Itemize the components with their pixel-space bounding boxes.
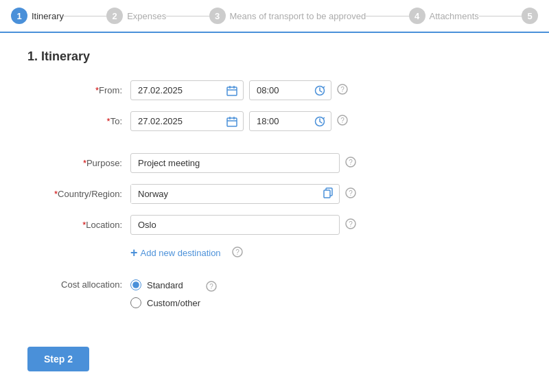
- from-date-input-wrapper: [130, 80, 244, 100]
- step2-button[interactable]: Step 2: [27, 347, 89, 371]
- cost-allocation-label: Cost allocation:: [27, 279, 130, 290]
- from-date-input[interactable]: [131, 81, 221, 100]
- add-dest-help-icon[interactable]: ?: [232, 246, 243, 260]
- from-time-input[interactable]: [250, 81, 309, 100]
- svg-rect-7: [227, 118, 237, 126]
- purpose-help-icon[interactable]: ?: [345, 157, 356, 170]
- spacer-1: [27, 142, 522, 153]
- step-5-number: 5: [522, 8, 538, 24]
- step-3-label: Means of transport to be approved: [230, 11, 366, 21]
- to-date-input-wrapper: [130, 111, 244, 131]
- location-row: *Location: ?: [27, 215, 522, 235]
- step-1-number: 1: [11, 8, 27, 24]
- svg-text:?: ?: [349, 189, 353, 197]
- wizard-step-4[interactable]: 4 Attachments: [409, 8, 479, 24]
- country-copy-icon[interactable]: [317, 187, 339, 200]
- svg-text:?: ?: [349, 159, 353, 166]
- from-time-input-wrapper: [249, 80, 331, 100]
- country-label: *Country/Region:: [27, 189, 130, 199]
- wizard-step-3[interactable]: 3 Means of transport to be approved: [209, 8, 366, 24]
- step-1-label: Itinerary: [32, 11, 64, 21]
- standard-radio-label: Standard: [147, 280, 183, 290]
- custom-radio-option[interactable]: Custom/other: [130, 297, 200, 308]
- footer: Step 2: [0, 336, 549, 382]
- to-date-input[interactable]: [131, 112, 221, 130]
- step-4-number: 4: [409, 8, 425, 24]
- to-time-clock-icon[interactable]: [309, 116, 331, 127]
- from-help-icon[interactable]: ?: [337, 84, 348, 97]
- purpose-input[interactable]: [130, 153, 340, 173]
- page-content: 1. Itinerary *From: ?: [0, 33, 549, 336]
- to-time-input-wrapper: [249, 111, 331, 131]
- step-3-number: 3: [209, 8, 226, 24]
- step-2-number: 2: [106, 8, 123, 24]
- to-time-input[interactable]: [250, 112, 309, 130]
- connector-4-5: [479, 16, 522, 16]
- to-row: *To: ?: [27, 111, 522, 131]
- wizard-step-1[interactable]: 1 Itinerary: [11, 8, 64, 24]
- wizard-bar: 1 Itinerary 2 Expenses 3 Means of transp…: [0, 0, 549, 33]
- connector-1-2: [64, 16, 106, 16]
- from-label: *From:: [27, 85, 130, 95]
- wizard-step-5[interactable]: 5: [522, 8, 538, 24]
- to-datetime-group: ?: [130, 111, 348, 131]
- plus-icon: +: [130, 246, 138, 260]
- country-help-icon[interactable]: ?: [345, 187, 356, 201]
- add-destination-label: Add new destination: [141, 248, 221, 258]
- from-date-calendar-icon[interactable]: [221, 85, 243, 96]
- svg-rect-0: [227, 87, 237, 95]
- svg-rect-17: [324, 190, 330, 198]
- location-input[interactable]: [130, 215, 340, 235]
- page-title: 1. Itinerary: [27, 49, 522, 64]
- svg-text:?: ?: [235, 249, 240, 256]
- custom-radio-label: Custom/other: [147, 298, 200, 308]
- standard-radio-option[interactable]: Standard: [130, 279, 200, 290]
- purpose-label: *Purpose:: [27, 158, 130, 168]
- step-4-label: Attachments: [430, 11, 479, 21]
- connector-2-3: [166, 16, 209, 16]
- from-time-clock-icon[interactable]: [309, 85, 331, 96]
- country-input[interactable]: [131, 185, 317, 203]
- from-row: *From: ?: [27, 80, 522, 100]
- from-datetime-group: ?: [130, 80, 348, 100]
- svg-text:?: ?: [340, 117, 344, 124]
- svg-text:?: ?: [209, 283, 213, 290]
- country-input-wrapper: [130, 184, 340, 204]
- location-help-icon[interactable]: ?: [345, 218, 356, 232]
- add-destination-row: + Add new destination ?: [130, 246, 522, 260]
- wizard-step-2[interactable]: 2 Expenses: [106, 8, 166, 24]
- add-destination-button[interactable]: + Add new destination: [130, 246, 221, 260]
- cost-allocation-row: Cost allocation: Standard Custom/other ?: [27, 279, 522, 308]
- connector-3-4: [366, 16, 408, 16]
- to-label: *To:: [27, 116, 130, 126]
- svg-text:?: ?: [349, 220, 353, 228]
- purpose-row: *Purpose: ?: [27, 153, 522, 173]
- location-label: *Location:: [27, 220, 130, 230]
- svg-text:?: ?: [340, 86, 344, 93]
- cost-alloc-help-icon[interactable]: ?: [206, 281, 217, 295]
- standard-radio-input[interactable]: [130, 279, 141, 290]
- custom-radio-input[interactable]: [130, 297, 141, 308]
- step-2-label: Expenses: [127, 11, 166, 21]
- country-row: *Country/Region: ?: [27, 184, 522, 204]
- to-date-calendar-icon[interactable]: [221, 116, 243, 127]
- cost-allocation-radio-group: Standard Custom/other: [130, 279, 200, 308]
- to-help-icon[interactable]: ?: [337, 115, 348, 128]
